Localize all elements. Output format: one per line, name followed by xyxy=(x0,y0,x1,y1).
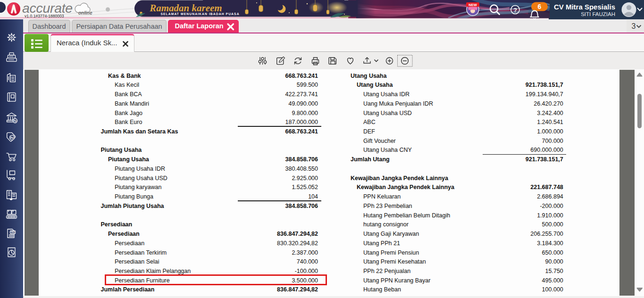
svg-text:SELAMAT MENUNAIKAN IBADAH PUAS: SELAMAT MENUNAIKAN IBADAH PUASA xyxy=(160,12,239,16)
svg-text:NEW: NEW xyxy=(468,3,477,7)
svg-text:6: 6 xyxy=(538,3,542,10)
svg-text:TAX: TAX xyxy=(11,231,15,233)
svg-text:?: ? xyxy=(513,7,517,14)
svg-text:Rp: Rp xyxy=(10,136,14,139)
svg-text:Rp: Rp xyxy=(14,119,17,122)
